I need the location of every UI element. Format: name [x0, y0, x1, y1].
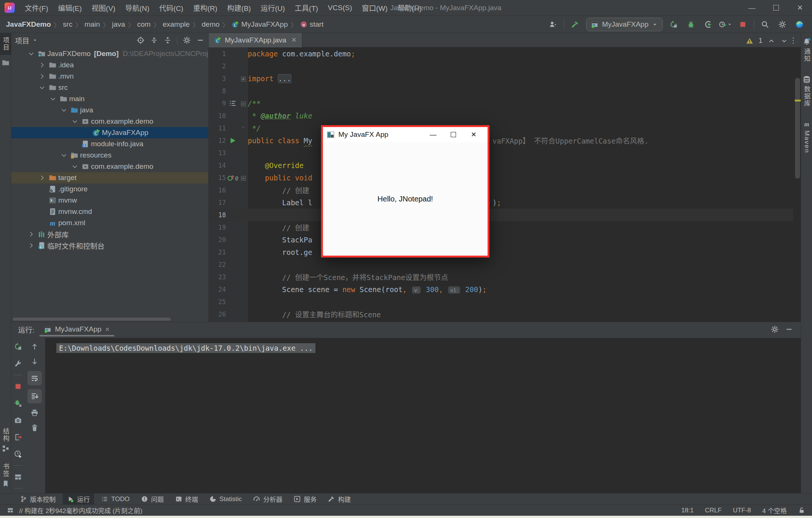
select-opened-file-icon[interactable]: [136, 36, 145, 44]
tree-item-com.example.demo[interactable]: com.example.demo: [11, 161, 208, 172]
tree-item-target[interactable]: target: [11, 172, 208, 183]
chevron-down-icon[interactable]: [26, 50, 36, 58]
line-ending[interactable]: CRLF: [705, 507, 721, 514]
tree-item-.idea[interactable]: .idea: [11, 59, 208, 71]
code-line-20[interactable]: 20 StackPa: [209, 233, 793, 246]
panel-settings-icon[interactable]: [183, 36, 191, 44]
console-command-line[interactable]: E:\Downloads\CodesDownloads\jdk\jdk-17.0…: [56, 343, 315, 353]
tree-item-com.example.demo[interactable]: com.example.demo: [11, 116, 208, 127]
tab-todo[interactable]: TODO: [97, 494, 134, 504]
code-line-8[interactable]: 8: [209, 85, 793, 97]
code-line-15[interactable]: 15@− public void: [209, 171, 793, 184]
chevron-down-icon[interactable]: [59, 106, 69, 114]
breadcrumb-item-start[interactable]: mstart: [300, 20, 324, 29]
breadcrumb-item-com[interactable]: com: [137, 20, 151, 29]
edit-configuration-button[interactable]: [12, 358, 24, 369]
inspection-widget[interactable]: 1: [746, 37, 788, 45]
prev-occurrence-button[interactable]: [29, 341, 40, 352]
expand-all-icon[interactable]: [150, 36, 158, 44]
run-console-tab[interactable]: MyJavaFXApp ✕: [44, 322, 110, 336]
code-area[interactable]: 1package com.example.demo;23+import ...8…: [209, 47, 793, 322]
code-line-22[interactable]: 22: [209, 258, 793, 271]
console-settings-icon[interactable]: [771, 325, 779, 333]
tree-item-[interactable]: 外部库: [11, 229, 208, 240]
code-line-3[interactable]: 3+import ...: [209, 72, 793, 85]
project-panel-title[interactable]: 项目: [15, 35, 29, 45]
breadcrumb-item-myjavafxapp[interactable]: CMyJavaFXApp: [232, 20, 288, 29]
tab-build[interactable]: 构建: [324, 493, 355, 505]
tab-version-control[interactable]: 版本控制: [16, 493, 60, 505]
tab-services[interactable]: 服务: [289, 493, 321, 505]
next-warning-icon[interactable]: [780, 37, 788, 45]
chevron-right-icon[interactable]: [37, 73, 47, 80]
code-line-17[interactable]: 17 Label l);: [209, 196, 793, 209]
unlock-icon[interactable]: [798, 507, 805, 514]
chevron-down-icon[interactable]: [70, 118, 80, 125]
chevron-right-icon[interactable]: [37, 61, 47, 69]
debug-button[interactable]: [685, 18, 697, 31]
fold-marker-icon[interactable]: +: [239, 76, 248, 82]
profile-snapshot-button[interactable]: [12, 448, 24, 460]
run-with-coverage-button[interactable]: [719, 18, 732, 31]
menu-n[interactable]: 导航(N): [120, 0, 154, 16]
editor-options-icon[interactable]: ⋮: [786, 36, 801, 45]
settings-button[interactable]: [776, 18, 789, 31]
breadcrumb-item-src[interactable]: src: [63, 20, 72, 29]
tool-window-bookmarks[interactable]: 书签: [1, 463, 10, 488]
chevron-down-icon[interactable]: [59, 151, 69, 159]
fold-marker-icon[interactable]: ⌃: [239, 125, 248, 131]
tool-window-project[interactable]: 项目: [0, 33, 11, 55]
code-line-13[interactable]: 13: [209, 147, 793, 159]
javafx-maximize-button[interactable]: [443, 127, 464, 142]
editor-scrollbar[interactable]: [795, 78, 800, 179]
tool-window-favorites[interactable]: [0, 55, 11, 71]
tree-item-[interactable]: 临时文件和控制台: [11, 240, 208, 251]
next-occurrence-button[interactable]: [29, 356, 40, 367]
menu-f[interactable]: 文件(F): [20, 0, 53, 16]
run-button[interactable]: [667, 18, 680, 31]
code-line-26[interactable]: 26 // 设置主舞台的标题和Scene: [209, 308, 793, 320]
run-with-profiler-button[interactable]: [702, 18, 715, 31]
dump-threads-button[interactable]: [12, 415, 24, 426]
menu-u[interactable]: 运行(U): [256, 0, 289, 16]
fold-marker-icon[interactable]: −: [239, 175, 248, 181]
close-tab-icon[interactable]: ✕: [291, 36, 297, 44]
javafx-minimize-button[interactable]: —: [423, 127, 443, 142]
tool-window-notifications[interactable]: 通知: [802, 38, 811, 62]
menu-v[interactable]: 视图(V): [87, 0, 120, 16]
tree-item-mvnw[interactable]: mvnw: [11, 195, 208, 206]
build-button[interactable]: [569, 18, 582, 31]
attach-debugger-button[interactable]: [12, 398, 24, 409]
menu-w[interactable]: 窗口(W): [357, 0, 392, 16]
breadcrumb-item-javafxdemo[interactable]: JavaFXDemo: [6, 20, 51, 29]
breadcrumb-item-main[interactable]: main: [85, 20, 100, 29]
javafx-close-button[interactable]: ✕: [464, 127, 484, 142]
tree-item-src[interactable]: src: [11, 82, 208, 93]
warning-stripe-mark[interactable]: [795, 100, 801, 101]
code-with-me-button[interactable]: [793, 18, 806, 31]
code-line-11[interactable]: 11⌃ */: [209, 122, 793, 134]
code-line-2[interactable]: 2: [209, 60, 793, 72]
rerun-button[interactable]: [12, 341, 24, 352]
hide-console-icon[interactable]: [785, 325, 793, 333]
code-line-23[interactable]: 23 // 创建一个Scene，并将StackPane设置为根节点: [209, 271, 793, 283]
search-everywhere-button[interactable]: [759, 18, 771, 31]
tool-window-maven[interactable]: mMaven: [803, 120, 811, 153]
close-window-button[interactable]: ✕: [788, 0, 812, 16]
layout-settings-button[interactable]: [12, 471, 24, 483]
code-line-10[interactable]: 10 * @author luke: [209, 109, 793, 122]
soft-wrap-button[interactable]: [27, 371, 42, 385]
tab-myjavafxapp-java[interactable]: C MyJavaFXApp.java ✕: [209, 33, 302, 47]
tree-item-java[interactable]: java: [11, 105, 208, 116]
tab-terminal[interactable]: 终端: [171, 493, 202, 505]
tree-item-module-info.java[interactable]: Jmodule-info.java: [11, 138, 208, 150]
menu-t[interactable]: 工具(T): [290, 0, 323, 16]
code-line-14[interactable]: 14 @Override: [209, 159, 793, 171]
code-line-19[interactable]: 19 // 创建: [209, 221, 793, 233]
fold-marker-icon[interactable]: −: [239, 100, 248, 106]
menu-r[interactable]: 重构(R): [188, 0, 222, 16]
tab-profiler[interactable]: 分析器: [249, 493, 286, 505]
tree-item-.mvn[interactable]: .mvn: [11, 71, 208, 82]
tree-item-MyJavaFXApp[interactable]: CMyJavaFXApp: [11, 127, 208, 138]
code-line-9[interactable]: 9−/**: [209, 97, 793, 109]
